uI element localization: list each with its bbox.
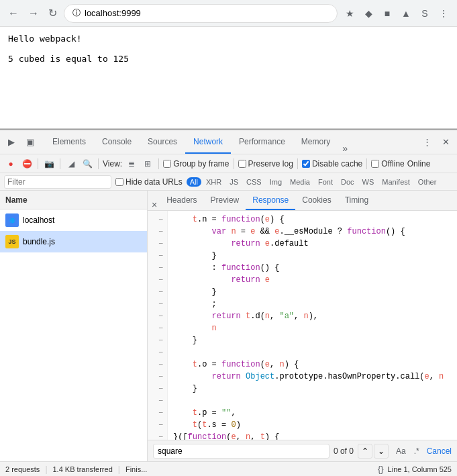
filter-media[interactable]: Media (287, 177, 313, 187)
filter-toggle-button[interactable]: ◢ (64, 157, 78, 171)
devtools-topbar: ▶ ▣ Elements Console Sources Network Per… (0, 130, 457, 154)
filter-manifest[interactable]: Manifest (378, 177, 413, 187)
line-num: − (158, 286, 163, 298)
tab-headers[interactable]: Headers (160, 191, 203, 210)
code-line: t.p = "", (173, 407, 452, 419)
filter-ws[interactable]: WS (359, 177, 378, 187)
filter-doc[interactable]: Doc (338, 177, 358, 187)
extension2-button[interactable]: ■ (379, 5, 395, 21)
hide-data-urls-label[interactable]: Hide data URLs (115, 177, 183, 187)
preserve-log-checkbox[interactable] (238, 160, 246, 168)
offline-label[interactable]: Offline (371, 159, 404, 169)
back-button[interactable]: ← (5, 6, 21, 21)
disable-cache-label[interactable]: Disable cache (302, 159, 362, 169)
filter-input[interactable] (4, 175, 111, 189)
line-numbers: − − − − − − − − − − − − − − − − − (148, 211, 168, 440)
line-num: − (158, 359, 163, 371)
reload-button[interactable]: ↻ (46, 5, 60, 21)
tab-preview[interactable]: Preview (204, 191, 246, 210)
list-item[interactable]: 🌐 localhost (0, 209, 147, 231)
more-tabs-button[interactable]: » (338, 143, 352, 154)
close-response-button[interactable]: × (152, 199, 157, 210)
line-num: − (158, 419, 163, 431)
tab-performance[interactable]: Performance (231, 130, 293, 154)
code-line: ; (173, 298, 452, 310)
filter-all[interactable]: All (187, 177, 201, 187)
search-cancel-button[interactable]: Cancel (427, 446, 452, 456)
tab-network[interactable]: Network (185, 130, 231, 154)
finish-time: Finis... (125, 465, 147, 473)
filter-xhr[interactable]: XHR (203, 177, 225, 187)
tab-elements[interactable]: Elements (44, 130, 94, 154)
match-case-button[interactable]: Aa (393, 444, 409, 459)
localhost-filename: localhost (23, 216, 54, 225)
inspect-button[interactable]: ▶ (3, 134, 20, 151)
code-line: }([function(e, n, t) { (173, 431, 452, 440)
preserve-log-label[interactable]: Preserve log (238, 159, 293, 169)
search-nav: ⌃ ⌄ (358, 444, 389, 459)
extension1-button[interactable]: ◆ (360, 5, 376, 21)
address-bar: ⓘ localhost:9999 (64, 4, 338, 23)
filter-css[interactable]: CSS (243, 177, 265, 187)
offline-checkbox[interactable] (371, 160, 379, 168)
browser-icons: ★ ◆ ■ ▲ S ⋮ (342, 5, 452, 21)
device-button[interactable]: ▣ (21, 134, 39, 151)
card-view-button[interactable]: ⊞ (141, 157, 154, 171)
filter-font[interactable]: Font (315, 177, 336, 187)
list-view-button[interactable]: ≣ (125, 157, 138, 171)
console-icon[interactable]: {} (378, 464, 384, 474)
search-input[interactable] (153, 444, 329, 459)
camera-button[interactable]: 📷 (42, 157, 56, 171)
filter-other[interactable]: Other (415, 177, 440, 187)
clear-button[interactable]: ⛔ (20, 157, 34, 171)
localhost-icon: 🌐 (5, 213, 19, 227)
list-item[interactable]: JS bundle.js (0, 231, 147, 252)
settings-button[interactable]: ⋮ (418, 134, 436, 151)
code-line: var n = e && e.__esModule ? function() { (173, 226, 452, 238)
toolbar-divider3 (98, 158, 99, 169)
filter-bar: Hide data URLs All XHR JS CSS Img Media … (0, 173, 457, 191)
tab-timing[interactable]: Timing (338, 191, 376, 210)
group-by-frame-checkbox[interactable] (163, 160, 171, 168)
filter-img[interactable]: Img (266, 177, 285, 187)
extension4-button[interactable]: S (417, 5, 433, 21)
code-line: n (173, 322, 452, 334)
code-area: − − − − − − − − − − − − − − − − − (148, 211, 457, 440)
line-num: − (158, 346, 163, 359)
search-next-button[interactable]: ⌄ (374, 444, 389, 459)
regex-button[interactable]: .* (411, 444, 423, 459)
close-devtools-button[interactable]: ✕ (437, 134, 454, 151)
tab-sources[interactable]: Sources (140, 130, 185, 154)
bookmark-button[interactable]: ★ (342, 5, 358, 21)
dt-end-icons: ⋮ ✕ (418, 134, 454, 151)
disable-cache-checkbox[interactable] (302, 160, 310, 168)
code-content: t.n = function(e) { var n = e && e.__esM… (168, 211, 457, 440)
line-num: − (158, 238, 163, 250)
view-label: View: (103, 159, 122, 169)
hide-data-urls-checkbox[interactable] (115, 178, 123, 186)
tab-console[interactable]: Console (94, 130, 140, 154)
address-text: localhost:9999 (85, 8, 329, 18)
toolbar-divider2 (60, 158, 60, 169)
search-count: 0 of 0 (334, 446, 354, 456)
code-line: : function() { (173, 262, 452, 274)
tab-response[interactable]: Response (246, 191, 295, 210)
tab-memory[interactable]: Memory (293, 130, 338, 154)
extension3-button[interactable]: ▲ (398, 5, 414, 21)
search-prev-button[interactable]: ⌃ (358, 444, 372, 459)
line-num: − (158, 431, 163, 440)
group-by-frame-label[interactable]: Group by frame (163, 159, 229, 169)
record-button[interactable]: ● (4, 157, 17, 171)
tab-cookies[interactable]: Cookies (295, 191, 338, 210)
line-num: − (158, 298, 163, 310)
bundle-filename: bundle.js (23, 237, 55, 246)
line-num: − (158, 274, 163, 286)
page-line2: 5 cubed is equal to 125 (8, 54, 449, 64)
line-info: Line 1, Column 525 (388, 465, 452, 473)
main-area: Name 🌐 localhost JS bundle.js × Headers … (0, 191, 457, 461)
menu-button[interactable]: ⋮ (436, 5, 452, 21)
browser-toolbar: ← → ↻ ⓘ localhost:9999 ★ ◆ ■ ▲ S ⋮ (0, 0, 457, 27)
forward-button[interactable]: → (26, 6, 42, 21)
search-button[interactable]: 🔍 (81, 157, 94, 171)
filter-js[interactable]: JS (226, 177, 242, 187)
